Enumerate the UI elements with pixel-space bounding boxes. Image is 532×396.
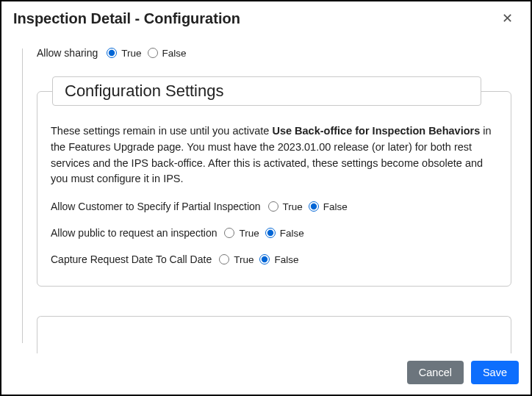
public-request-label: Allow public to request an inspection xyxy=(51,227,217,239)
dialog-footer: Cancel Save xyxy=(1,353,531,395)
dialog-title: Inspection Detail - Configuration xyxy=(13,10,240,27)
public-request-row: Allow public to request an inspection Tr… xyxy=(51,227,497,239)
radio-false-label: False xyxy=(274,254,298,265)
next-section-placeholder xyxy=(37,316,511,353)
public-request-false-radio[interactable] xyxy=(265,228,276,238)
scroll-region[interactable]: Allow sharing True False Configuration S… xyxy=(12,37,520,353)
save-button[interactable]: Save xyxy=(471,361,519,384)
partial-inspection-false-radio[interactable] xyxy=(309,201,319,212)
configuration-settings-legend: Configuration Settings xyxy=(52,76,481,106)
partial-inspection-row: Allow Customer to Specify if Partial Ins… xyxy=(51,201,497,212)
capture-date-row: Capture Request Date To Call Date True F… xyxy=(51,253,497,265)
radio-false-label: False xyxy=(280,228,304,239)
radio-true-label: True xyxy=(283,201,303,212)
allow-sharing-label: Allow sharing xyxy=(37,47,98,59)
radio-true-label: True xyxy=(234,254,254,265)
capture-date-label: Capture Request Date To Call Date xyxy=(51,253,212,265)
public-request-true-radio[interactable] xyxy=(224,228,234,238)
allow-sharing-true-radio[interactable] xyxy=(107,48,117,58)
radio-true-label: True xyxy=(121,48,141,59)
radio-false-label: False xyxy=(162,48,187,59)
radio-false-label: False xyxy=(323,201,348,212)
configuration-info-text: These settings remain in use until you a… xyxy=(51,123,497,187)
configuration-settings-fieldset: Configuration Settings These settings re… xyxy=(37,76,511,287)
radio-true-label: True xyxy=(239,228,259,239)
cancel-button[interactable]: Cancel xyxy=(407,361,464,384)
allow-sharing-row: Allow sharing True False xyxy=(37,37,511,59)
partial-inspection-label: Allow Customer to Specify if Partial Ins… xyxy=(51,201,261,212)
partial-inspection-true-radio[interactable] xyxy=(268,201,278,212)
capture-date-false-radio[interactable] xyxy=(259,254,270,264)
capture-date-true-radio[interactable] xyxy=(219,254,229,264)
allow-sharing-false-radio[interactable] xyxy=(148,48,158,58)
close-icon[interactable]: ✕ xyxy=(496,9,519,28)
